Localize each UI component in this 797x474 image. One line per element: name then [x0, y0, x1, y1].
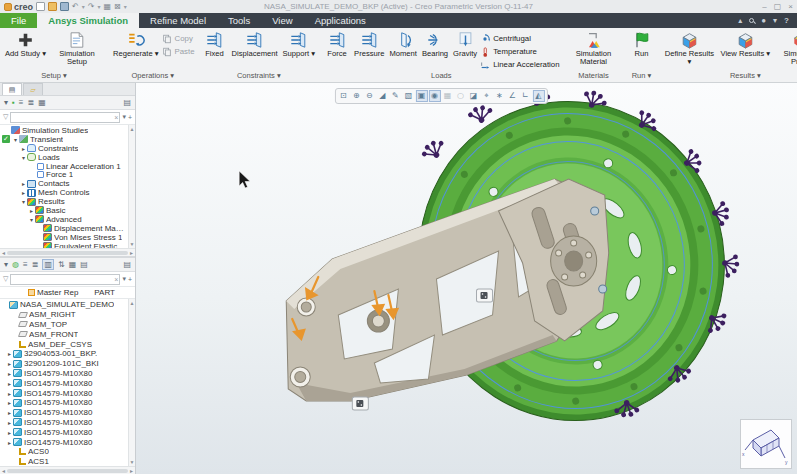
tree-settings-icon[interactable]: ▪	[12, 98, 15, 107]
tab-folder-browser[interactable]: ▱	[23, 83, 43, 95]
load-badge[interactable]	[477, 289, 493, 302]
tree-item-acs0[interactable]: ACS0	[0, 447, 128, 457]
expand-arrow[interactable]: ▾	[28, 216, 35, 223]
group-label-operations[interactable]: Operations ▾	[108, 71, 198, 82]
presence-icon[interactable]: ●	[761, 16, 766, 25]
save-icon[interactable]	[60, 2, 69, 11]
group-label-run[interactable]: Run ▾	[624, 71, 658, 82]
tree-item-results[interactable]: ▾Results	[0, 197, 128, 206]
centrifugal-button[interactable]: Centrifugal	[480, 32, 559, 45]
expand-arrow[interactable]: ▸	[6, 439, 13, 446]
tab-ansys-simulation[interactable]: Ansys Simulation	[37, 13, 139, 28]
point-display-button[interactable]: ∠	[506, 90, 518, 102]
tree-item-part[interactable]: ▸ISO14579-M10X80	[0, 437, 128, 447]
saved-orientations-button[interactable]: ▣	[415, 90, 427, 102]
tree-item-asm-front[interactable]: ASM_FRONT	[0, 329, 128, 339]
zoom-out-button[interactable]: ⊖	[363, 90, 375, 102]
paste-button[interactable]: Paste	[162, 45, 195, 58]
expand-arrow[interactable]: ▾	[12, 136, 19, 143]
filter-add-icon[interactable]: +	[128, 114, 132, 121]
tree-search-input[interactable]	[11, 113, 119, 122]
vertical-scrollbar[interactable]: ▲▼	[128, 299, 135, 466]
expand-arrow[interactable]: ▸	[6, 399, 13, 406]
tree-item-part[interactable]: ▸ISO14579-M10X80	[0, 369, 128, 379]
add-study-button[interactable]: Add Study ▾	[3, 30, 48, 59]
regenerate-button[interactable]: Regenerate ▾	[111, 30, 161, 59]
tree-item-assembly-root[interactable]: NASA_SIMULATE_DEMO	[0, 300, 128, 310]
force-button[interactable]: Force	[323, 30, 351, 59]
run-button[interactable]: Run	[627, 30, 655, 59]
part-column-header[interactable]: PART	[94, 288, 115, 297]
view-manager-button[interactable]: ◉	[428, 90, 440, 102]
perspective-button[interactable]: ○	[454, 90, 466, 102]
tab-file[interactable]: File	[0, 13, 37, 28]
redo-icon[interactable]: ↷	[88, 2, 95, 11]
tree-item-part[interactable]: ▸32901209-101C_BKI	[0, 359, 128, 369]
csys-display-button[interactable]: ∟	[519, 90, 531, 102]
mt-collapse-icon[interactable]: ≡	[23, 260, 28, 269]
mt-show-icon[interactable]: ▥	[42, 259, 54, 270]
tree-item-part[interactable]: ▸ISO14579-M10X80	[0, 398, 128, 408]
mt-doc-icon[interactable]: ▤	[123, 260, 131, 269]
simulation-setup-button[interactable]: Simulation Setup	[49, 30, 105, 67]
tree-item-part[interactable]: ▸ISO14579-M10X80	[0, 408, 128, 418]
simulation-material-button[interactable]: Simulation Material	[565, 30, 621, 67]
view-results-button[interactable]: View Results ▾	[718, 30, 772, 59]
minimize-button[interactable]: –	[762, 2, 766, 11]
horizontal-scrollbar[interactable]: ◂▸	[0, 248, 135, 256]
displacement-button[interactable]: Displacement	[230, 30, 280, 59]
tab-model-tree[interactable]: ▤	[2, 83, 22, 95]
fixed-button[interactable]: Fixed	[201, 30, 229, 59]
tree-item-simulation-studies[interactable]: Simulation Studies	[0, 126, 128, 135]
simulation-probe-button[interactable]: Simulation Probe	[773, 30, 797, 67]
expand-arrow[interactable]: ▸	[6, 419, 13, 426]
moment-button[interactable]: Moment	[387, 30, 418, 59]
gravity-button[interactable]: Gravity	[451, 30, 479, 59]
expand-arrow[interactable]: ▸	[6, 429, 13, 436]
expand-arrow[interactable]: ▸	[6, 390, 13, 397]
tree-item-von-mises-stress[interactable]: Von Mises Stress 1	[0, 233, 128, 242]
undo-caret-icon[interactable]: ▾	[82, 3, 85, 10]
temperature-button[interactable]: Temperature	[480, 45, 559, 58]
tree-item-linear-acceleration[interactable]: Linear Acceleration 1	[0, 162, 128, 171]
expand-arrow[interactable]: ▸	[6, 370, 13, 377]
copy-button[interactable]: Copy	[162, 32, 195, 45]
tree-item-acs1[interactable]: ACS1	[0, 457, 128, 466]
tab-refine-model[interactable]: Refine Model	[139, 13, 217, 28]
tree-item-part[interactable]: ▸ISO14579-M10X80	[0, 388, 128, 398]
restore-button[interactable]: ▢	[774, 2, 782, 11]
clear-search-icon[interactable]: ×	[114, 114, 118, 121]
tree-item-asm-def-csys[interactable]: ASM_DEF_CSYS	[0, 339, 128, 349]
mt-sort-icon[interactable]: ⇅	[58, 260, 65, 269]
tree-columns-icon[interactable]: ▦	[38, 98, 46, 107]
tree-item-displacement-magnitude[interactable]: Displacement Magnitude	[0, 224, 128, 233]
close-window-icon[interactable]: ⊠	[114, 2, 121, 11]
expand-all-icon[interactable]: ≣	[28, 98, 35, 107]
orientation-widget[interactable]: x y	[740, 419, 792, 469]
redo-caret-icon[interactable]: ▾	[97, 3, 100, 10]
tree-item-force-1[interactable]: Force 1	[0, 170, 128, 179]
tree-item-asm-top[interactable]: ASM_TOP	[0, 320, 128, 330]
collapse-ribbon-icon[interactable]: ▴	[738, 16, 742, 25]
quickbar-caret-icon[interactable]: ▾	[124, 3, 127, 10]
display-style-button[interactable]: ▧	[402, 90, 414, 102]
pressure-button[interactable]: Pressure	[352, 30, 386, 59]
axis-display-button[interactable]: ∗	[493, 90, 505, 102]
tab-applications[interactable]: Applications	[304, 13, 377, 28]
expand-arrow[interactable]: ▸	[6, 350, 13, 357]
expand-arrow[interactable]: ▸	[28, 207, 35, 214]
tree-item-loads[interactable]: ▾Loads	[0, 153, 128, 162]
mt-layers-icon[interactable]: ▤	[80, 260, 88, 269]
tree-item-constraints[interactable]: ▸Constraints	[0, 144, 128, 153]
mt-settings-icon[interactable]: ◍	[12, 260, 19, 269]
tree-item-part[interactable]: ▸ISO14579-M10X80	[0, 378, 128, 388]
support-button[interactable]: Support ▾	[281, 30, 318, 59]
checkbox-checked-icon[interactable]: ✓	[2, 135, 10, 143]
model-viewport[interactable]	[136, 83, 797, 474]
group-label-constraints[interactable]: Constraints ▾	[198, 71, 321, 82]
load-badge[interactable]	[352, 397, 368, 410]
expand-arrow[interactable]: ▸	[20, 145, 27, 152]
refit-button[interactable]: ◢	[376, 90, 388, 102]
tree-item-part[interactable]: ▸32904053-001_BKP.	[0, 349, 128, 359]
tree-item-contacts[interactable]: ▸Contacts	[0, 179, 128, 188]
